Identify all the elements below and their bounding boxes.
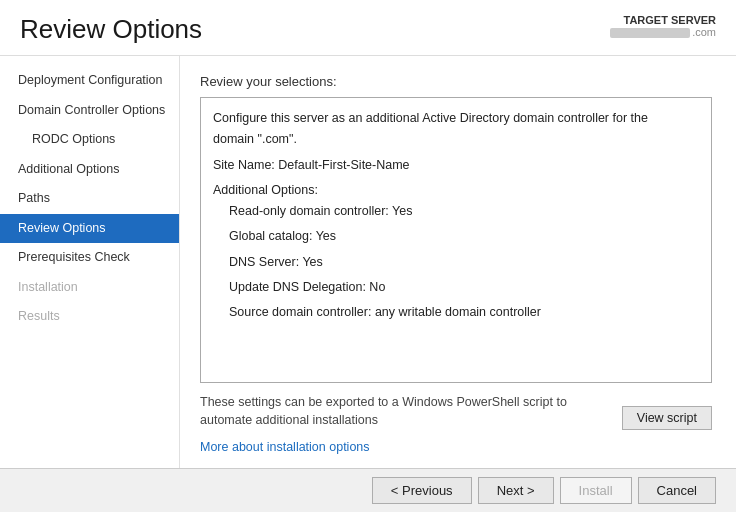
page-title: Review Options	[20, 14, 202, 45]
review-line: DNS Server: Yes	[213, 252, 683, 273]
content-area: Review your selections: Configure this s…	[180, 56, 736, 468]
review-line: Source domain controller: any writable d…	[213, 302, 683, 323]
review-box[interactable]: Configure this server as an additional A…	[200, 97, 712, 383]
sidebar-item-domain-controller-options[interactable]: Domain Controller Options	[0, 96, 179, 126]
target-server-info: TARGET SERVER .com	[610, 14, 716, 38]
target-server-value: .com	[610, 26, 716, 38]
sidebar-item-review-options[interactable]: Review Options	[0, 214, 179, 244]
sidebar-item-paths[interactable]: Paths	[0, 184, 179, 214]
sidebar-item-rodc-options[interactable]: RODC Options	[0, 125, 179, 155]
main-content: Deployment ConfigurationDomain Controlle…	[0, 56, 736, 468]
install-button[interactable]: Install	[560, 477, 632, 504]
export-section: These settings can be exported to a Wind…	[200, 393, 712, 431]
view-script-button[interactable]: View script	[622, 406, 712, 430]
cancel-button[interactable]: Cancel	[638, 477, 716, 504]
next-button[interactable]: Next >	[478, 477, 554, 504]
more-about-link[interactable]: More about installation options	[200, 440, 712, 454]
sidebar-item-prerequisites-check[interactable]: Prerequisites Check	[0, 243, 179, 273]
review-text-block: Configure this server as an additional A…	[213, 108, 699, 323]
footer: < Previous Next > Install Cancel	[0, 468, 736, 512]
sidebar-item-additional-options[interactable]: Additional Options	[0, 155, 179, 185]
review-label: Review your selections:	[200, 74, 712, 89]
sidebar-item-deployment-configuration[interactable]: Deployment Configuration	[0, 66, 179, 96]
sidebar-item-installation: Installation	[0, 273, 179, 303]
review-line: Configure this server as an additional A…	[213, 108, 683, 151]
review-line: Update DNS Delegation: No	[213, 277, 683, 298]
target-server-label: TARGET SERVER	[610, 14, 716, 26]
review-line: Site Name: Default-First-Site-Name	[213, 155, 683, 176]
review-line: Additional Options:	[213, 180, 683, 201]
sidebar: Deployment ConfigurationDomain Controlle…	[0, 56, 180, 468]
review-line: Read-only domain controller: Yes	[213, 201, 683, 222]
sidebar-item-results: Results	[0, 302, 179, 332]
previous-button[interactable]: < Previous	[372, 477, 472, 504]
header: Review Options TARGET SERVER .com	[0, 0, 736, 56]
export-text: These settings can be exported to a Wind…	[200, 393, 622, 431]
review-line: Global catalog: Yes	[213, 226, 683, 247]
